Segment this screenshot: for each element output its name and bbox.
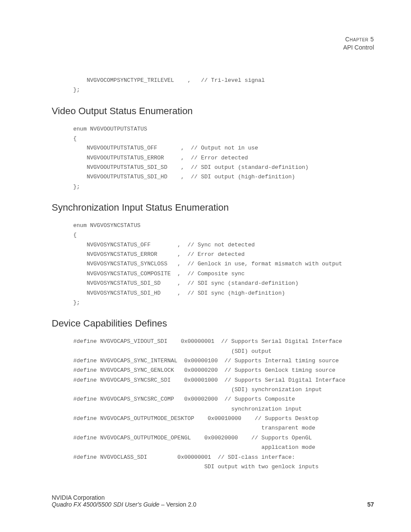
chapter-subtitle: API Control: [343, 44, 374, 51]
code-sync-status-enum: enum NVGVOSYNCSTATUS { NVGVOSYNCSTATUS_O…: [73, 221, 377, 308]
section-heading-sync-status: Synchronization Input Status Enumeration: [52, 202, 377, 213]
page-footer: NVIDIA Corporation Quadro FX 4500/5500 S…: [52, 494, 377, 508]
footer-doc-title: Quadro FX 4500/5500 SDI User's Guide: [52, 501, 159, 508]
footer-version: – Version 2.0: [159, 501, 196, 508]
code-device-caps-defines: #define NVGVOCAPS_VIDOUT_SDI 0x00000001 …: [73, 337, 377, 472]
code-fragment-top: NVGVOCOMPSYNCTYPE_TRILEVEL , // Tri-leve…: [73, 76, 377, 95]
footer-page-number: 57: [367, 501, 374, 508]
page-header: Chapter 5 API Control: [52, 35, 377, 52]
chapter-label: Chapter 5: [345, 36, 374, 43]
page-content: Chapter 5 API Control NVGVOCOMPSYNCTYPE_…: [0, 0, 411, 472]
code-output-status-enum: enum NVGVOOUTPUTSTATUS { NVGVOOUTPUTSTAT…: [73, 124, 377, 192]
section-heading-output-status: Video Output Status Enumeration: [52, 106, 377, 117]
footer-corporation: NVIDIA Corporation: [52, 494, 377, 501]
section-heading-device-caps: Device Capabilities Defines: [52, 318, 377, 329]
